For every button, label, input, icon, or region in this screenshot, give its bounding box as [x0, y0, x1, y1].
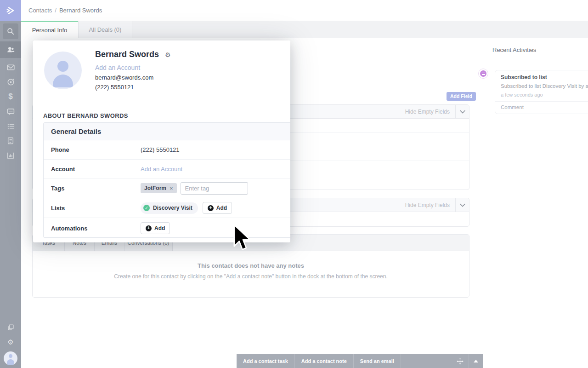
add-contact-task-button[interactable]: Add a contact task — [237, 354, 295, 368]
sidebar-item-mail[interactable] — [0, 60, 21, 75]
user-avatar[interactable] — [4, 351, 17, 365]
phone-value[interactable]: (222) 5550121 — [141, 146, 180, 153]
tab-bar: Personal Info All Deals (0) — [21, 21, 588, 38]
account-label: Account — [44, 166, 141, 172]
tab-personal-info[interactable]: Personal Info — [21, 21, 78, 38]
activity-card: Subscribed to list Subscribed to list Di… — [495, 70, 588, 114]
breadcrumb-contacts[interactable]: Contacts — [28, 7, 52, 14]
sidebar-item-apps[interactable] — [0, 322, 21, 332]
dock-spacer — [401, 354, 451, 368]
activities-divider — [483, 38, 483, 368]
avatar-body — [7, 359, 14, 365]
sidebar-item-lists[interactable] — [0, 119, 21, 133]
hide-empty-fields-toggle[interactable]: Hide Empty Fields — [405, 202, 455, 208]
lists-label: Lists — [44, 205, 141, 212]
activity-timeline-badge — [478, 69, 488, 79]
add-contact-note-button[interactable]: Add a contact note — [295, 354, 354, 368]
bar-chart-icon — [6, 151, 15, 160]
contact-avatar — [44, 52, 82, 89]
chat-bubble-icon — [6, 107, 15, 116]
sidebar-item-reports[interactable] — [0, 148, 21, 163]
list-chip[interactable]: ✓ Discovery Visit — [141, 202, 198, 214]
add-automation-button[interactable]: + Add — [141, 222, 170, 234]
breadcrumb-current: Bernard Swords — [59, 7, 102, 14]
general-details-header: General Details — [44, 123, 290, 140]
sidebar-item-settings[interactable]: ⚙ — [0, 337, 21, 347]
phone-label: Phone — [44, 146, 141, 153]
dock-move-handle[interactable] — [451, 354, 469, 368]
detail-row-phone: Phone (222) 5550121 — [44, 140, 290, 160]
notes-panel: Tasks Notes Emails Conversations (0) Thi… — [32, 234, 469, 298]
hide-empty-fields-toggle[interactable]: Hide Empty Fields — [405, 109, 455, 115]
plus-icon: + — [146, 225, 152, 231]
deals-target-icon — [6, 78, 15, 86]
chevron-down-icon — [460, 203, 465, 207]
collapse-panel-button[interactable] — [455, 105, 469, 118]
breadcrumb-separator: / — [55, 7, 57, 14]
tag-chip[interactable]: JotForm × — [141, 183, 177, 193]
notes-empty-state: This contact does not have any notes Cre… — [33, 251, 469, 280]
move-icon — [457, 358, 464, 365]
sidebar-item-search[interactable] — [0, 23, 21, 40]
remove-tag-icon[interactable]: × — [170, 185, 173, 191]
chevron-down-icon — [460, 110, 465, 114]
dollar-icon: $ — [8, 92, 12, 101]
about-section-heading: ABOUT BERNARD SWORDS — [43, 112, 128, 119]
avatar-head — [9, 354, 12, 358]
send-email-button[interactable]: Send an email — [354, 354, 401, 368]
empty-state-title: This contact does not have any notes — [33, 262, 469, 269]
contact-phone: (222) 5550121 — [95, 84, 171, 91]
sidebar-item-contacts[interactable] — [0, 41, 21, 58]
document-page-icon — [6, 137, 15, 145]
tags-label: Tags — [44, 185, 141, 192]
activity-title: Subscribed to list — [501, 74, 588, 80]
windows-stack-icon — [7, 323, 15, 331]
add-account-link[interactable]: Add an Account — [95, 64, 171, 71]
dock-collapse-button[interactable] — [469, 354, 483, 368]
enter-tag-input[interactable] — [181, 182, 248, 195]
gear-icon: ⚙ — [7, 339, 13, 345]
action-dock: Add a contact task Add a contact note Se… — [237, 354, 483, 368]
check-icon: ✓ — [143, 205, 150, 211]
triangle-up-icon — [474, 360, 478, 362]
automations-label: Automations — [44, 225, 141, 232]
detail-row-lists: Lists ✓ Discovery Visit + Add — [44, 198, 290, 218]
plus-icon: + — [208, 205, 214, 211]
detail-row-account: Account Add an Account — [44, 160, 290, 178]
list-bullets-icon — [6, 122, 15, 131]
activity-timestamp: a few seconds ago — [501, 92, 588, 98]
collapse-panel-button[interactable] — [455, 198, 469, 212]
search-icon — [3, 23, 18, 39]
avatar-body — [53, 75, 73, 87]
sidebar-item-payments[interactable]: $ — [0, 89, 21, 104]
tag-text: JotForm — [144, 185, 166, 191]
activity-description: Subscribed to list Discovery Visit by ad… — [501, 83, 588, 89]
detail-row-automations: Automations + Add — [44, 218, 290, 238]
recent-activities-title: Recent Activities — [492, 46, 536, 53]
contacts-people-icon — [6, 45, 15, 54]
contact-detail-modal: Bernard Swords ⚙ Add an Account bernard@… — [33, 40, 290, 242]
add-account-link[interactable]: Add an Account — [141, 166, 182, 172]
contact-settings-gear-icon[interactable]: ⚙ — [165, 51, 171, 58]
list-chip-text: Discovery Visit — [153, 205, 192, 211]
double-chevron-icon — [5, 5, 16, 16]
list-activity-icon — [480, 70, 486, 77]
sidebar-item-conversations[interactable] — [0, 104, 21, 119]
sidebar-item-deals[interactable] — [0, 75, 21, 89]
comment-button[interactable]: Comment — [501, 102, 588, 114]
sidebar-item-documents[interactable] — [0, 133, 21, 148]
top-bar: Contacts / Bernard Swords — [21, 0, 588, 21]
add-field-button[interactable]: Add Field — [447, 92, 476, 101]
avatar-head — [57, 61, 68, 72]
empty-state-description: Create one for this contact by clicking … — [81, 273, 421, 280]
left-sidebar: $ — [0, 0, 21, 368]
add-list-button[interactable]: + Add — [203, 202, 232, 214]
contact-email: bernard@swords.com — [95, 74, 171, 81]
contact-name: Bernard Swords — [95, 50, 159, 59]
tab-all-deals[interactable]: All Deals (0) — [78, 21, 132, 38]
app-logo[interactable] — [0, 0, 21, 21]
mail-envelope-icon — [6, 63, 15, 72]
general-details-box: General Details Phone (222) 5550121 Acco… — [43, 122, 290, 238]
detail-row-tags: Tags JotForm × — [44, 178, 290, 198]
